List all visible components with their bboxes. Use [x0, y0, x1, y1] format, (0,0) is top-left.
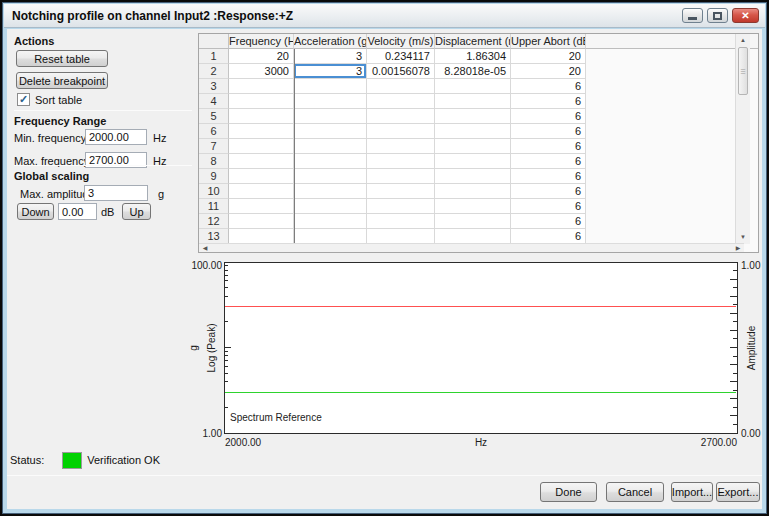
table-cell[interactable]	[367, 139, 435, 154]
table-cell[interactable]	[294, 154, 367, 169]
table-cell[interactable]	[229, 169, 294, 184]
table-cell[interactable]	[229, 229, 294, 244]
table-cell[interactable]	[294, 109, 367, 124]
vertical-scrollbar[interactable]: ▲ ☰ ▼	[735, 34, 750, 244]
table-cell[interactable]	[367, 169, 435, 184]
table-cell[interactable]: 6	[511, 184, 586, 199]
row-number[interactable]: 1	[199, 49, 229, 64]
delete-breakpoint-button[interactable]: Delete breakpoint	[16, 72, 108, 89]
table-cell[interactable]	[367, 214, 435, 229]
row-number[interactable]: 9	[199, 169, 229, 184]
row-number[interactable]: 7	[199, 139, 229, 154]
table-cell[interactable]	[367, 79, 435, 94]
table-cell[interactable]	[367, 94, 435, 109]
table-cell[interactable]	[294, 169, 367, 184]
table-cell[interactable]	[367, 109, 435, 124]
horizontal-scrollbar[interactable]: ◀ ▶	[199, 243, 744, 252]
table-row[interactable]: 76	[199, 139, 586, 154]
export-button[interactable]: Export...	[716, 482, 760, 502]
table-cell[interactable]	[435, 124, 511, 139]
reset-table-button[interactable]: Reset table	[16, 50, 108, 67]
table-cell[interactable]	[294, 94, 367, 109]
db-step-field[interactable]: 0.00	[58, 203, 97, 220]
table-cell[interactable]	[229, 109, 294, 124]
table-cell[interactable]	[229, 79, 294, 94]
table-cell[interactable]	[435, 94, 511, 109]
min-frequency-field[interactable]: 2000.00	[85, 129, 147, 145]
row-number[interactable]: 10	[199, 184, 229, 199]
table-cell[interactable]: 6	[511, 199, 586, 214]
row-number[interactable]: 2	[199, 64, 229, 79]
table-cell[interactable]	[435, 184, 511, 199]
table-cell[interactable]	[435, 154, 511, 169]
table-cell[interactable]	[229, 139, 294, 154]
table-cell[interactable]: 0.00156078	[367, 64, 435, 79]
table-row[interactable]: 56	[199, 109, 586, 124]
table-cell[interactable]	[435, 109, 511, 124]
title-bar[interactable]: Notching profile on channel Input2 :Resp…	[4, 4, 765, 28]
table-cell[interactable]	[294, 139, 367, 154]
maximize-button[interactable]	[707, 8, 728, 23]
table-cell[interactable]	[367, 154, 435, 169]
table-row[interactable]: 126	[199, 214, 586, 229]
row-number[interactable]: 11	[199, 199, 229, 214]
table-cell[interactable]	[367, 184, 435, 199]
row-number[interactable]: 3	[199, 79, 229, 94]
table-cell[interactable]: 0.234117	[367, 49, 435, 64]
minimize-button[interactable]	[682, 8, 703, 23]
table-row[interactable]: 66	[199, 124, 586, 139]
table-cell[interactable]	[435, 169, 511, 184]
scroll-down-icon[interactable]: ▼	[736, 231, 750, 243]
table-cell[interactable]: 6	[511, 214, 586, 229]
table-cell[interactable]	[229, 94, 294, 109]
table-cell[interactable]	[367, 229, 435, 244]
table-row[interactable]: 86	[199, 154, 586, 169]
table-cell[interactable]	[294, 199, 367, 214]
table-cell[interactable]: 3	[294, 64, 367, 79]
row-number[interactable]: 5	[199, 109, 229, 124]
close-button[interactable]: ✕	[732, 8, 759, 23]
table-cell[interactable]: 8.28018e-05	[435, 64, 511, 79]
table-cell[interactable]	[435, 139, 511, 154]
done-button[interactable]: Done	[540, 482, 597, 502]
column-header-velocity[interactable]: Velocity (m/s)	[367, 34, 435, 49]
table-row[interactable]: 116	[199, 199, 586, 214]
column-header-upper-abort[interactable]: Upper Abort (dB)	[511, 34, 586, 49]
table-cell[interactable]: 6	[511, 94, 586, 109]
row-number[interactable]: 12	[199, 214, 229, 229]
column-header-displacement[interactable]: Displacement (mm)	[435, 34, 511, 49]
table-cell[interactable]: 3000	[229, 64, 294, 79]
table-cell[interactable]: 1.86304	[435, 49, 511, 64]
table-row[interactable]: 2300030.001560788.28018e-0520	[199, 64, 586, 79]
table-row[interactable]: 12030.2341171.8630420	[199, 49, 586, 64]
table-cell[interactable]	[435, 214, 511, 229]
table-cell[interactable]: 6	[511, 124, 586, 139]
row-number[interactable]: 8	[199, 154, 229, 169]
table-row[interactable]: 96	[199, 169, 586, 184]
table-cell[interactable]	[294, 184, 367, 199]
column-header-frequency[interactable]: Frequency (Hz)	[229, 34, 294, 49]
table-row[interactable]: 136	[199, 229, 586, 244]
table-cell[interactable]: 20	[511, 64, 586, 79]
table-row[interactable]: 106	[199, 184, 586, 199]
table-cell[interactable]: 6	[511, 229, 586, 244]
scroll-right-icon[interactable]: ▶	[732, 245, 744, 251]
scale-up-button[interactable]: Up	[122, 203, 151, 220]
column-header-acceleration[interactable]: Acceleration (g)	[294, 34, 367, 49]
table-cell[interactable]: 6	[511, 109, 586, 124]
table-cell[interactable]	[229, 154, 294, 169]
table-cell[interactable]: 6	[511, 79, 586, 94]
table-cell[interactable]	[229, 124, 294, 139]
table-cell[interactable]: 20	[229, 49, 294, 64]
max-amplitude-field[interactable]: 3	[84, 185, 148, 201]
table-cell[interactable]	[294, 79, 367, 94]
table-row[interactable]: 46	[199, 94, 586, 109]
cancel-button[interactable]: Cancel	[606, 482, 664, 502]
table-cell[interactable]	[367, 199, 435, 214]
table-cell[interactable]	[229, 199, 294, 214]
table-cell[interactable]	[294, 214, 367, 229]
scale-down-button[interactable]: Down	[17, 203, 54, 220]
table-cell[interactable]	[367, 124, 435, 139]
table-row[interactable]: 36	[199, 79, 586, 94]
table-cell[interactable]	[435, 199, 511, 214]
